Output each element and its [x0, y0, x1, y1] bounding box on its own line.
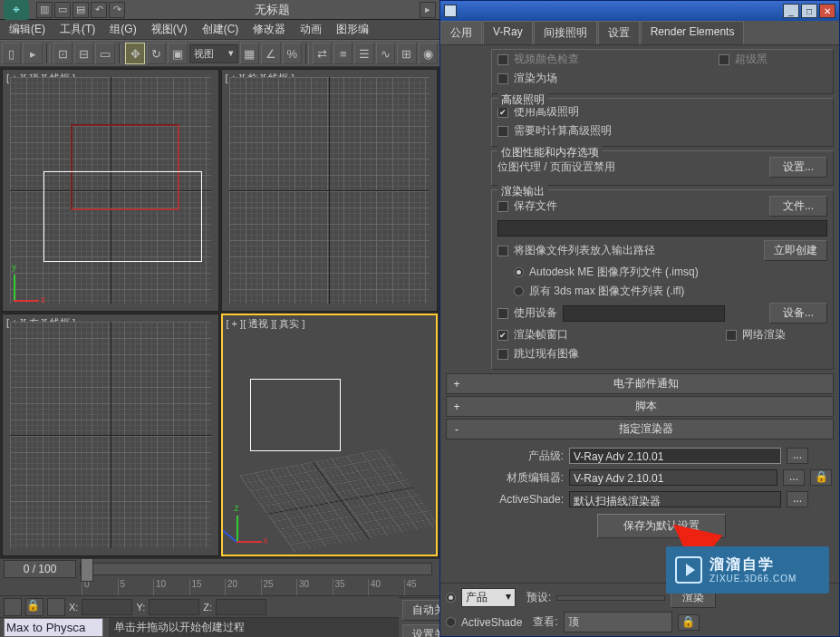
viewport-top[interactable]: [ + ][ 顶 ][ 线框 ] xy	[2, 69, 219, 312]
viewport-perspective[interactable]: [ + ][ 透视 ][ 真实 ] xzy	[221, 314, 439, 556]
field-product[interactable]: V-Ray Adv 2.10.01	[569, 448, 781, 464]
main-toolbar: ▯ ▸ ⊡ ⊟ ▭ ✥ ↻ ▣ 视图▾ ▦ ∠ % ⇄ ≡ ☰ ∿ ⊞ ◉	[0, 40, 439, 67]
menu-edit[interactable]: 编辑(E)	[4, 20, 51, 39]
chk-frame-window[interactable]	[497, 330, 508, 341]
tool-select[interactable]: ▯	[2, 43, 21, 64]
tool-material[interactable]: ◉	[419, 43, 438, 64]
menu-tools[interactable]: 工具(T)	[54, 20, 101, 39]
lock-material-button[interactable]: 🔒	[810, 469, 832, 486]
lock-view-button[interactable]: 🔒	[678, 614, 700, 631]
rollout-script[interactable]: +脚本	[446, 396, 834, 417]
new-icon[interactable]: ▥	[36, 2, 53, 18]
radio-imsq[interactable]	[514, 267, 524, 277]
tool-pointer[interactable]: ▸	[23, 43, 42, 64]
field-activeshade[interactable]: 默认扫描线渲染器	[569, 491, 781, 507]
status-icon-b[interactable]	[47, 598, 65, 616]
y-input[interactable]	[149, 599, 199, 615]
save-icon[interactable]: ▤	[72, 2, 89, 18]
browse-material-button[interactable]: ...	[783, 469, 805, 486]
tool-angle-snap[interactable]: ∠	[261, 43, 280, 64]
window-title: 无标题	[125, 2, 420, 18]
more-icon[interactable]: ▸	[420, 2, 436, 18]
radio-activeshade-mode[interactable]	[446, 617, 456, 627]
file-button[interactable]: 文件...	[769, 196, 827, 217]
chk-video-color[interactable]	[497, 54, 508, 65]
ref-coord-combo[interactable]: 视图▾	[189, 44, 238, 63]
viewport-front[interactable]: [ + ][ 前 ][ 线框 ]	[221, 69, 439, 312]
time-slider[interactable]	[81, 558, 93, 582]
play-icon	[675, 556, 702, 584]
status-icon-a[interactable]	[4, 598, 22, 616]
tool-curve-editor[interactable]: ∿	[376, 43, 395, 64]
tab-render-elements[interactable]: Render Elements	[641, 21, 745, 44]
tool-layers[interactable]: ☰	[354, 43, 373, 64]
tool-region[interactable]: ▭	[95, 43, 114, 64]
rollout-assign[interactable]: -指定渲染器	[446, 419, 834, 439]
tool-percent-snap[interactable]: %	[283, 43, 302, 64]
view-combo[interactable]: 顶	[564, 612, 672, 632]
chk-net-render[interactable]	[726, 330, 737, 341]
viewport-left[interactable]: [ + ][ 左 ][ 线框 ]	[2, 314, 219, 556]
chk-use-adv-light[interactable]	[497, 107, 508, 118]
grp-adv-light-title: 高级照明	[497, 92, 548, 108]
timeline-track[interactable]	[80, 563, 432, 575]
bitmap-settings-button[interactable]: 设置...	[769, 157, 827, 178]
chk-super-black[interactable]	[719, 54, 729, 65]
create-now-button[interactable]: 立即创建	[764, 240, 827, 261]
tool-scale[interactable]: ▣	[168, 43, 187, 64]
menu-views[interactable]: 视图(V)	[146, 20, 193, 39]
dialog-titlebar[interactable]: _ □ ✕	[440, 1, 839, 21]
menu-create[interactable]: 创建(C)	[197, 20, 245, 39]
chk-skip-existing[interactable]	[497, 349, 508, 360]
chk-save-file[interactable]	[497, 201, 508, 212]
menu-group[interactable]: 组(G)	[104, 20, 141, 39]
close-button[interactable]: ✕	[819, 4, 835, 18]
product-mode-combo[interactable]: 产品▾	[461, 588, 516, 607]
prompt-message: 单击并拖动以开始创建过程	[109, 618, 412, 637]
tab-settings[interactable]: 设置	[598, 21, 640, 44]
lbl-put-seq: 将图像文件列表放入输出路径	[514, 243, 655, 258]
undo-icon[interactable]: ↶	[91, 2, 107, 18]
tool-mirror[interactable]: ⇄	[313, 43, 332, 64]
tool-link[interactable]: ⊡	[53, 43, 72, 64]
output-path-input[interactable]	[497, 220, 827, 236]
chk-use-device[interactable]	[497, 308, 508, 319]
device-button[interactable]: 设备...	[769, 303, 827, 323]
radio-ifl[interactable]	[514, 286, 524, 296]
x-input[interactable]	[82, 599, 132, 615]
watermark: 溜溜自学 ZIXUE.3D66.COM	[666, 546, 829, 594]
rollout-email[interactable]: +电子邮件通知	[446, 373, 834, 394]
maxscript-input[interactable]	[4, 618, 103, 637]
tab-common[interactable]: 公用	[440, 21, 482, 44]
chk-put-seq[interactable]	[497, 246, 508, 256]
open-icon[interactable]: ▭	[54, 2, 71, 18]
field-material[interactable]: V-Ray Adv 2.10.01	[569, 469, 777, 486]
max-main-window: ⌖ ▥ ▭ ▤ ↶ ↷ 无标题 ▸ 编辑(E) 工具(T) 组(G) 视图(V)…	[0, 0, 439, 637]
grp-output-title: 渲染输出	[497, 184, 548, 199]
tool-align[interactable]: ≡	[333, 43, 352, 64]
tool-rotate[interactable]: ↻	[147, 43, 166, 64]
chk-recalc-adv-light[interactable]	[497, 126, 508, 137]
browse-activeshade-button[interactable]: ...	[787, 491, 808, 507]
minimize-button[interactable]: _	[783, 4, 799, 18]
lock-icon[interactable]: 🔒	[25, 598, 43, 616]
redo-icon[interactable]: ↷	[109, 2, 125, 18]
z-input[interactable]	[216, 599, 266, 615]
preset-combo[interactable]	[556, 595, 665, 601]
menu-mod[interactable]: 修改器	[247, 20, 291, 39]
save-default-button[interactable]: 保存为默认设置	[597, 514, 726, 538]
tool-schematic[interactable]: ⊞	[397, 43, 416, 64]
tool-unlink[interactable]: ⊟	[74, 43, 93, 64]
browse-product-button[interactable]: ...	[787, 448, 808, 464]
tool-snap[interactable]: ▦	[240, 43, 259, 64]
tool-move[interactable]: ✥	[125, 43, 144, 64]
chk-render-field[interactable]	[497, 73, 508, 84]
maximize-button[interactable]: □	[801, 4, 817, 18]
device-input[interactable]	[563, 305, 725, 322]
tab-vray[interactable]: V-Ray	[483, 21, 533, 44]
radio-product-mode[interactable]	[446, 593, 456, 603]
menu-anim[interactable]: 动画	[294, 20, 327, 39]
tab-indirect[interactable]: 间接照明	[534, 21, 597, 44]
menu-graph[interactable]: 图形编	[331, 20, 374, 39]
render-setup-dialog: _ □ ✕ 公用 V-Ray 间接照明 设置 Render Elements 视…	[439, 0, 840, 637]
